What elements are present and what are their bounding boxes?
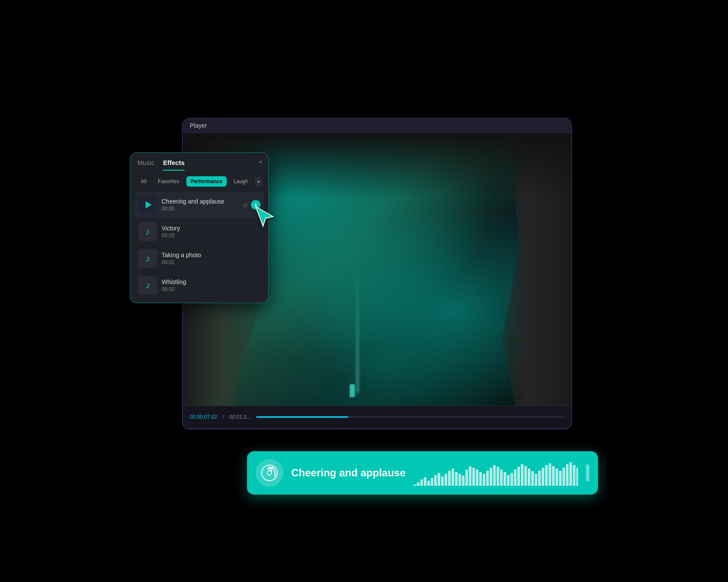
waveform-bar xyxy=(524,466,527,486)
waveform-bar xyxy=(417,482,419,486)
waveform-bar xyxy=(531,471,534,486)
waveform-bar xyxy=(431,478,433,486)
waveform-bar xyxy=(514,469,517,486)
svg-point-3 xyxy=(268,468,270,470)
sound-duration-victory: 00:02 xyxy=(162,233,260,239)
waveform-bar xyxy=(549,463,551,486)
collapse-button[interactable]: « xyxy=(259,158,262,165)
waveform-bar xyxy=(507,475,510,486)
waveform-bar xyxy=(479,472,482,486)
effects-panel: Music Effects « All Favorites Performanc… xyxy=(130,152,269,303)
sound-item-cheering[interactable]: Cheering and applause 00:05 ☆ + xyxy=(135,192,264,218)
waveform-bar xyxy=(510,473,513,486)
filter-bar: All Favorites Performance Laugh ▾ xyxy=(130,171,268,192)
waveform-bar xyxy=(462,475,465,486)
waveform-bar xyxy=(559,471,562,486)
waveform-bar xyxy=(493,465,496,486)
waveform-bar xyxy=(569,462,572,486)
star-icon-cheering[interactable]: ☆ xyxy=(242,201,248,209)
waveform-bar xyxy=(445,474,447,486)
tab-music[interactable]: Music xyxy=(137,159,154,171)
waveform-bar xyxy=(556,469,558,486)
waveform-bar xyxy=(545,465,548,486)
sound-duration-whistling: 00:02 xyxy=(162,286,260,292)
player-title: Player xyxy=(190,122,207,129)
sound-info-cheering: Cheering and applause 00:05 xyxy=(162,198,238,212)
waveform-bar xyxy=(562,468,565,486)
scene-container: Player 00:00:07:02 / 00:01:2... xyxy=(104,74,624,508)
waveform-bar xyxy=(504,472,506,486)
sound-name-cheering: Cheering and applause xyxy=(162,198,238,205)
waveform-bar xyxy=(455,472,458,486)
waveform-bar xyxy=(420,479,423,486)
sound-item-photo[interactable]: ♪ Taking a photo 00:01 xyxy=(135,246,264,272)
waveform-bar xyxy=(497,467,499,486)
sound-item-whistling[interactable]: ♪ Whistling 00:02 xyxy=(135,272,264,298)
figure xyxy=(350,384,355,397)
sound-thumb-victory: ♪ xyxy=(138,222,157,241)
sound-name-victory: Victory xyxy=(162,225,260,232)
svg-point-4 xyxy=(271,467,273,469)
sound-duration-photo: 00:01 xyxy=(162,259,260,265)
total-time: 00:01:2... xyxy=(229,414,251,420)
sound-info-victory: Victory 00:02 xyxy=(162,225,260,239)
filter-laugh[interactable]: Laugh xyxy=(229,176,252,187)
filter-favorites[interactable]: Favorites xyxy=(153,176,183,187)
now-playing-icon xyxy=(256,459,283,487)
waveform-bar xyxy=(552,466,555,486)
play-icon xyxy=(146,201,152,208)
waveform-bar xyxy=(472,468,475,486)
waveform-bar xyxy=(573,465,575,486)
now-playing-bar: Cheering and applause xyxy=(247,451,598,495)
waveform-bar xyxy=(427,481,430,486)
waveform-bar xyxy=(438,473,440,486)
waveform-bar xyxy=(448,471,451,486)
sound-name-whistling: Whistling xyxy=(162,278,260,285)
glow-beam xyxy=(357,263,358,393)
scroll-handle[interactable] xyxy=(586,464,589,482)
waveform-bar xyxy=(458,474,461,486)
waveform-bar xyxy=(434,475,437,486)
sound-thumb-photo: ♪ xyxy=(138,249,157,268)
timeline-progress xyxy=(256,416,348,418)
sound-thumb-whistling: ♪ xyxy=(138,276,157,295)
music-note-victory: ♪ xyxy=(146,226,150,237)
music-note-whistling: ♪ xyxy=(146,280,150,291)
sound-item-victory[interactable]: ♪ Victory 00:02 xyxy=(135,219,264,245)
waveform-bar xyxy=(486,471,489,486)
sound-thumb-cheering xyxy=(138,195,157,214)
waveform-bar xyxy=(490,468,492,486)
filter-all[interactable]: All xyxy=(136,176,151,187)
waveform-bar xyxy=(424,477,426,486)
panel-header: Music Effects « xyxy=(130,153,268,171)
music-note-photo: ♪ xyxy=(146,253,150,264)
waveform-bar xyxy=(538,471,541,486)
now-playing-title: Cheering and applause xyxy=(291,467,406,479)
sound-list: Cheering and applause 00:05 ☆ + ♪ Victor… xyxy=(130,192,268,303)
waveform-bar xyxy=(465,469,468,486)
waveform-bar xyxy=(528,469,530,486)
waveform-bar xyxy=(576,468,578,486)
sound-info-whistling: Whistling 00:02 xyxy=(162,278,260,292)
waveform-bar xyxy=(452,469,454,486)
waveform-bar xyxy=(535,474,537,486)
tab-effects[interactable]: Effects xyxy=(163,159,185,171)
waveform-bar xyxy=(566,464,569,486)
waveform-bar xyxy=(542,468,544,486)
filter-dropdown[interactable]: ▾ xyxy=(255,177,262,186)
waveform-bar xyxy=(469,466,471,486)
sound-info-photo: Taking a photo 00:01 xyxy=(162,252,260,265)
laptop-titlebar: Player xyxy=(183,119,571,133)
waveform-bar xyxy=(476,469,478,486)
current-time: 00:00:07:02 xyxy=(190,414,217,420)
waveform-bar xyxy=(483,474,485,486)
waveform-bar xyxy=(517,467,520,486)
waveform-bar xyxy=(521,464,523,486)
waveform-container xyxy=(413,460,578,486)
timeline-track[interactable] xyxy=(256,416,564,418)
time-separator: / xyxy=(222,414,224,420)
filter-performance[interactable]: Performance xyxy=(186,176,227,187)
sound-duration-cheering: 00:05 xyxy=(162,206,238,212)
waveform-bar xyxy=(441,476,444,486)
waveform-bar xyxy=(413,485,416,486)
